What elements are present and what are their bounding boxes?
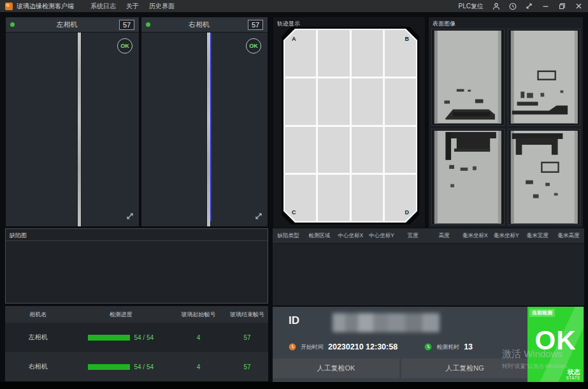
left-camera-status-badge: OK [117,38,133,54]
defect-image-title: 缺陷图 [10,231,27,240]
id-value-redacted [333,313,440,332]
progress-text: 54 / 54 [134,334,154,341]
bottom-strip [0,382,588,389]
progress-text: 54 / 54 [134,363,154,371]
surface-image-4 [508,129,581,226]
right-camera-image: OK [141,33,268,226]
right-camera-panel: 右相机 57 OK [141,17,268,227]
expand-icon[interactable] [255,211,262,223]
glass-edge-strip [78,33,81,226]
app-window: 玻璃边缘检测客户端 系统日志 关于 历史界面 PLC复位 [0,0,588,389]
id-label: ID [289,314,299,327]
status-dot [146,22,150,27]
right-camera-frame-count: 57 [248,20,263,30]
elapsed-label: 检测耗时 [436,343,459,351]
edge-trace-line [210,33,212,221]
surface-image-2 [508,29,581,126]
left-camera-frame-count: 57 [119,20,134,30]
progress-table-header: 相机名 检测进度 玻璃起始帧号 玻璃结束帧号 [5,306,268,323]
glass-map: A B C D [283,29,417,223]
trajectory-title: 轨迹显示 [277,20,300,28]
app-icon [5,3,13,10]
manual-recheck-ng-button[interactable]: 人工复检NG [401,358,528,378]
defect-table-body [273,244,584,305]
close-button[interactable] [575,2,583,10]
window-title: 玻璃边缘检测客户端 [17,2,74,11]
progress-bar [88,364,130,370]
table-row: 左相机 54 / 54 4 57 [5,323,268,352]
expand-icon[interactable] [126,211,134,223]
right-camera-status-badge: OK [246,38,261,54]
surface-title: 表面图像 [433,20,455,28]
manual-recheck-ok-button[interactable]: 人工复检OK [273,358,399,378]
defect-image-panel: 缺陷图 [5,228,268,304]
menu-history[interactable]: 历史界面 [149,2,175,11]
user-icon[interactable] [492,2,500,10]
start-time-value: 20230210 12:30:58 [328,342,398,351]
glass-grid [285,30,416,221]
maximize-button[interactable] [558,2,566,10]
col-camera-name: 相机名 [5,311,71,319]
defect-table-header: 缺陷类型 检测区域 中心坐标X 中心坐标Y 宽度 高度 毫米坐标X 毫米坐标Y … [273,228,584,244]
menu-about[interactable]: 关于 [126,2,139,11]
end-frame-value: 57 [226,363,268,371]
defect-table: 缺陷类型 检测区域 中心坐标X 中心坐标Y 宽度 高度 毫米坐标X 毫米坐标Y … [273,228,584,305]
corner-label-c: C [292,209,296,216]
result-ok-value: OK [527,327,584,354]
minimize-button[interactable] [541,2,550,10]
start-time-label: 开始时间 [301,343,324,351]
plc-reset-button[interactable]: PLC复位 [459,2,484,11]
start-frame-value: 4 [171,363,226,371]
start-frame-value: 4 [171,334,226,341]
elapsed-clock-icon [424,343,432,351]
current-detection-tag: 当前检测 [529,309,555,317]
surface-image-panel: 表面图像 [428,17,584,228]
status-dot [10,22,15,27]
result-info: ID 开始时间 20230210 12:30:58 检测耗时 13 人工复检OK… [273,307,528,383]
corner-label-b: B [405,36,410,42]
menu-system-log[interactable]: 系统日志 [90,2,116,11]
corner-label-d: D [405,209,410,216]
start-time-clock-icon [289,343,296,351]
state-label: 状态 STATE [566,369,580,380]
surface-image-1 [431,29,505,126]
glass-edge-strip [207,33,210,226]
col-progress: 检测进度 [71,311,171,319]
corner-label-a: A [292,36,296,42]
left-camera-title: 左相机 [15,20,119,29]
right-camera-title: 右相机 [150,20,248,29]
end-frame-value: 57 [226,334,268,341]
result-panel: ID 开始时间 20230210 12:30:58 检测耗时 13 人工复检OK… [273,307,584,383]
trajectory-panel: 轨迹显示 A B C D [273,17,426,228]
clock-icon[interactable] [508,2,517,10]
left-camera-header: 左相机 57 [6,17,139,33]
col-end-frame: 玻璃结束帧号 [226,311,268,319]
elapsed-value: 13 [464,342,473,351]
left-camera-image: OK [6,33,139,226]
title-bar: 玻璃边缘检测客户端 系统日志 关于 历史界面 PLC复位 [0,0,588,12]
right-camera-header: 右相机 57 [141,17,268,33]
resize-icon[interactable] [525,2,533,10]
result-status-badge: 当前检测 OK 状态 STATE [527,307,584,383]
table-row: 右相机 54 / 54 4 57 [5,352,268,381]
surface-image-3 [431,129,505,226]
col-start-frame: 玻璃起始帧号 [171,311,226,319]
progress-bar [88,335,130,341]
progress-table: 相机名 检测进度 玻璃起始帧号 玻璃结束帧号 左相机 54 / 54 4 57 … [5,306,268,381]
left-camera-panel: 左相机 57 OK [5,17,140,227]
